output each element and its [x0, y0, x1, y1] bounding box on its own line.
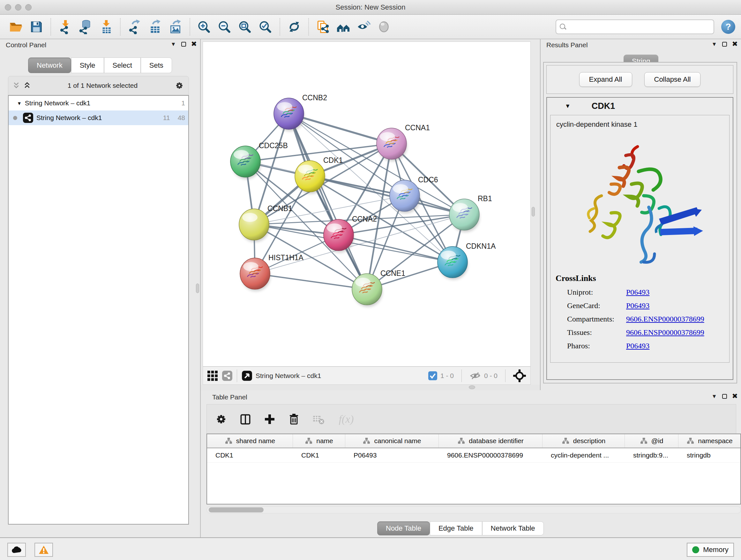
network-node-CDC25B[interactable]	[230, 146, 261, 179]
network-collection-row[interactable]: ▼ String Network – cdk1 1	[9, 96, 188, 111]
warning-button[interactable]	[35, 543, 53, 557]
network-node-CDK1[interactable]	[295, 161, 325, 194]
zoom-fit-button[interactable]	[237, 19, 253, 35]
table-settings-gear-button[interactable]	[214, 412, 228, 427]
table-panel-collapse-icon[interactable]: ▼	[712, 394, 717, 399]
column-header-shared-name[interactable]: shared name	[207, 434, 293, 448]
tree-expander-icon[interactable]: ▼	[17, 101, 22, 106]
function-builder-button[interactable]: f(x)	[335, 412, 357, 427]
collapse-all-button[interactable]: Collapse All	[644, 72, 701, 87]
network-node-CDKN1A[interactable]	[437, 246, 468, 280]
hide-selection-button[interactable]	[356, 19, 372, 35]
edge-CDK1-RB1[interactable]	[310, 176, 464, 214]
export-table-file-button[interactable]	[147, 19, 163, 35]
open-session-button[interactable]	[8, 19, 24, 35]
selected-count-badge: 1 - 0	[441, 372, 454, 380]
column-header-database-identifier[interactable]: database identifier	[439, 434, 542, 448]
crosslink-label: GeneCard:	[567, 301, 626, 310]
save-session-button[interactable]	[28, 19, 44, 35]
network-selection-status: 1 of 1 Network selected	[30, 82, 175, 89]
edge-CCNB2-CCNE1[interactable]	[289, 114, 367, 289]
horizontal-splitter-handle[interactable]	[469, 385, 475, 389]
import-network-database-button[interactable]	[77, 19, 93, 35]
show-all-button[interactable]	[376, 19, 392, 35]
network-node-HIST1H1A[interactable]	[240, 258, 270, 291]
control-panel-collapse-icon[interactable]: ▼	[171, 42, 176, 47]
results-panel-close-icon[interactable]: ✖	[732, 41, 738, 48]
left-splitter-handle[interactable]	[196, 284, 199, 293]
tab-select[interactable]: Select	[104, 57, 141, 73]
table-panel-close-icon[interactable]: ✖	[732, 393, 738, 400]
network-view-icon[interactable]	[222, 371, 232, 381]
import-network-file-button[interactable]	[57, 19, 73, 35]
network-options-gear-icon[interactable]	[175, 81, 184, 90]
split-columns-button[interactable]	[238, 412, 253, 427]
edge-CCNB2-CCNA1[interactable]	[289, 114, 392, 144]
network-node-CCNA1[interactable]	[377, 128, 407, 161]
toolbar-separator	[190, 18, 190, 36]
grid-view-icon[interactable]	[207, 371, 218, 381]
network-node-CDC6[interactable]	[390, 180, 420, 213]
column-header-name[interactable]: name	[293, 434, 345, 448]
birds-eye-view-icon[interactable]	[242, 370, 253, 381]
column-header-canonical-name[interactable]: canonical name	[345, 434, 439, 448]
tab-network[interactable]: Network	[28, 57, 71, 73]
delete-table-button[interactable]	[311, 412, 326, 427]
table-row[interactable]: CDK1CDK1P064939606.ENSP00000378699cyclin…	[207, 448, 740, 462]
export-network-file-button[interactable]	[127, 19, 143, 35]
control-panel-close-icon[interactable]: ✖	[191, 41, 197, 48]
control-panel-float-icon[interactable]	[181, 42, 186, 47]
network-node-CCNB2[interactable]	[274, 98, 304, 131]
cloud-button[interactable]	[7, 543, 26, 557]
crosslink-link[interactable]: P06493	[626, 288, 650, 297]
crosslink-link[interactable]: 9606.ENSP00000378699	[626, 315, 704, 323]
gene-section-caret-icon[interactable]: ▼	[565, 103, 570, 110]
first-neighbors-button[interactable]	[335, 19, 351, 35]
network-node-RB1[interactable]	[449, 199, 480, 232]
column-header-description[interactable]: description	[542, 434, 625, 448]
table-hscrollbar[interactable]	[206, 506, 741, 513]
add-column-button[interactable]	[262, 412, 277, 427]
memory-label: Memory	[703, 546, 728, 554]
network-node-CCNB1[interactable]	[239, 209, 269, 242]
expand-all-chevron-icon[interactable]	[23, 82, 30, 89]
crosslink-row: Tissues:9606.ENSP00000378699	[550, 328, 729, 337]
table-hscrollbar-thumb[interactable]	[209, 507, 264, 512]
new-network-from-selection-button[interactable]	[315, 19, 331, 35]
right-splitter-handle[interactable]	[532, 207, 535, 216]
tab-network-table[interactable]: Network Table	[482, 521, 544, 536]
refresh-view-button[interactable]	[286, 19, 302, 35]
crosslink-link[interactable]: P06493	[626, 341, 650, 350]
selected-checkbox-icon[interactable]	[428, 371, 437, 380]
network-node-CCNA2[interactable]	[324, 219, 354, 253]
network-canvas[interactable]: CCNB2CCNA1CDC25BCDK1CDC6RB1CCNB1CCNA2CDK…	[203, 42, 531, 367]
zoom-out-button[interactable]	[217, 19, 232, 35]
collapse-all-chevron-icon[interactable]	[13, 82, 20, 89]
tab-edge-table[interactable]: Edge Table	[430, 521, 482, 536]
search-input[interactable]	[569, 21, 711, 33]
network-list: ▼ String Network – cdk1 1 String Network…	[8, 95, 189, 524]
results-panel-float-icon[interactable]	[722, 42, 727, 47]
export-image-button[interactable]	[167, 19, 184, 35]
expand-all-button[interactable]: Expand All	[579, 72, 632, 87]
help-button[interactable]: ?	[721, 20, 735, 34]
window-title: Session: New Session	[0, 0, 741, 15]
zoom-in-button[interactable]	[196, 19, 212, 35]
tab-node-table[interactable]: Node Table	[377, 521, 430, 536]
edge-CCNE1-HIST1H1A[interactable]	[255, 273, 367, 289]
column-header-namespace[interactable]: namespace	[678, 434, 741, 448]
zoom-selected-button[interactable]	[258, 19, 273, 35]
crosslink-link[interactable]: P06493	[626, 301, 650, 310]
memory-button[interactable]: Memory	[687, 543, 734, 557]
network-row[interactable]: String Network – cdk1 11 48	[9, 111, 188, 125]
fit-selected-crosshair-icon[interactable]	[513, 369, 526, 382]
import-table-file-button[interactable]	[98, 19, 114, 35]
crosslink-link[interactable]: 9606.ENSP00000378699	[626, 328, 704, 337]
network-node-CCNE1[interactable]	[352, 273, 382, 307]
delete-column-button[interactable]	[286, 412, 301, 427]
tab-sets[interactable]: Sets	[141, 57, 172, 73]
results-panel-collapse-icon[interactable]: ▼	[712, 42, 717, 47]
column-header--id[interactable]: @id	[625, 434, 678, 448]
tab-style[interactable]: Style	[71, 57, 104, 73]
table-panel-float-icon[interactable]	[722, 394, 727, 399]
